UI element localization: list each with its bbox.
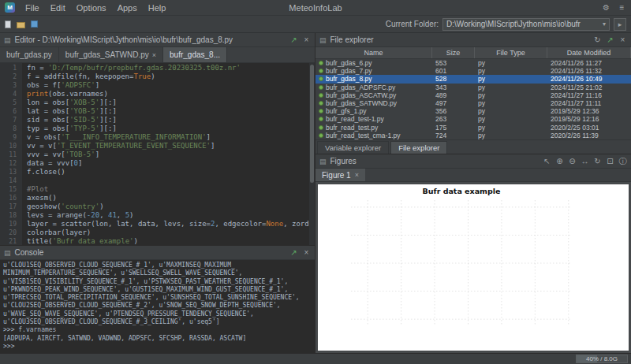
- line-number: 12: [0, 159, 22, 168]
- settings-icon[interactable]: ⚙: [602, 3, 610, 12]
- chevron-down-icon[interactable]: ▾: [603, 20, 606, 28]
- file-modified: 2020/2/25 03:01: [547, 124, 631, 132]
- column-header-size[interactable]: Size: [432, 47, 475, 58]
- file-size: 528: [432, 75, 475, 83]
- editor-tab[interactable]: bufr_gdas_SATWND.py×: [59, 47, 163, 62]
- file-row[interactable]: bufr_gdas_SATWND.py497py2024/11/27 11:11: [316, 99, 631, 107]
- console-line: >>>: [3, 343, 312, 351]
- editor-tab[interactable]: bufr_gdas_8...: [163, 47, 227, 62]
- figure-canvas[interactable]: Bufr data example: [318, 184, 629, 351]
- line-number: 16: [0, 194, 22, 202]
- open-file-icon[interactable]: [17, 22, 25, 28]
- console-line: [ADPUPA, AIRCFT, SATWND, VADWND, ADPSFC,…: [3, 335, 312, 343]
- python-file-icon: [319, 85, 323, 90]
- file-row[interactable]: bufr_gdas_8.py528py2024/11/26 10:49: [316, 75, 631, 83]
- menu-edit[interactable]: Edit: [45, 3, 71, 13]
- file-name: bufr_gdas_7.py: [326, 67, 372, 75]
- menu-bar: FileEditOptionsAppsHelp: [20, 3, 171, 13]
- editor-panel: ▤ Editor - D:\Working\MIScript\Jython\mi…: [0, 33, 315, 246]
- python-file-icon: [319, 93, 323, 98]
- zoom-in-icon[interactable]: ⊕: [555, 157, 564, 165]
- save-file-icon[interactable]: [31, 20, 38, 28]
- column-header-file-type[interactable]: File Type: [475, 47, 547, 58]
- right-column: ▤ File explorer ↻ ↗ × NameSizeFile TypeD…: [316, 33, 631, 353]
- file-name: bufr_gdas_ASCATW.py: [326, 91, 396, 99]
- close-panel-icon[interactable]: ×: [618, 35, 627, 44]
- current-folder-combobox[interactable]: D:\Working\MIScript\Jython\mis\io\bufr ▾: [442, 18, 610, 31]
- figure-tab[interactable]: Figure 1 ×: [316, 169, 365, 181]
- file-row[interactable]: bufr_gdas_7.py601py2024/11/26 11:32: [316, 67, 631, 75]
- float-panel-icon[interactable]: ↗: [289, 35, 298, 44]
- code-line: 3obs = f['ADPSFC']: [0, 81, 315, 90]
- memory-indicator[interactable]: 40% / 8.0G: [576, 355, 628, 363]
- tab-file-explorer[interactable]: File explorer: [390, 141, 447, 154]
- figures-tabbar: Figure 1 ×: [316, 169, 631, 182]
- close-tab-icon[interactable]: ×: [355, 171, 359, 179]
- figures-panel-title: Figures: [330, 157, 357, 165]
- refresh-icon[interactable]: ↻: [593, 35, 602, 44]
- console-output[interactable]: u'CLOU1SEQ_OBSERVED_CLOUD_SEQUENCE_#_1',…: [0, 260, 315, 353]
- code-line: 5lon = obs['XOB-5'][:]: [0, 98, 315, 107]
- new-file-icon[interactable]: [5, 20, 11, 28]
- code-line: 16axesm(): [0, 194, 315, 202]
- editor-tab-label: bufr_gdas_SATWND.py: [65, 50, 149, 59]
- column-header-name[interactable]: Name: [316, 47, 432, 58]
- select-tool-icon[interactable]: ↖: [543, 157, 551, 165]
- file-row[interactable]: bufr_read_test_cma-1.py724py2020/2/26 11…: [316, 132, 631, 139]
- code-line: 15#Plot: [0, 185, 315, 194]
- file-type: py: [475, 67, 547, 75]
- pan-icon[interactable]: ↔: [581, 157, 589, 165]
- file-name: bufr_gdas_6.py: [326, 59, 372, 67]
- file-row[interactable]: bufr_gdas_ADPSFC.py343py2024/11/25 21:02: [316, 84, 631, 91]
- close-tab-icon[interactable]: ×: [152, 51, 156, 59]
- bufr-map-figure: Bufr data example: [318, 184, 629, 351]
- python-file-icon: [319, 117, 323, 121]
- editor-panel-header: ▤ Editor - D:\Working\MIScript\Jython\mi…: [0, 33, 315, 47]
- file-size: 175: [432, 124, 475, 132]
- file-size: 356: [432, 107, 475, 115]
- editor-tab-label: bufr_gdas.py: [6, 50, 52, 59]
- line-number: 1: [0, 64, 22, 72]
- main-area: ▤ Editor - D:\Working\MIScript\Jython\mi…: [0, 33, 631, 353]
- menu-file[interactable]: File: [20, 3, 45, 13]
- file-type: py: [475, 99, 547, 107]
- meteoinfolab-window: M FileEditOptionsAppsHelp MeteoInfoLab ⚙…: [0, 0, 631, 364]
- save-figure-icon[interactable]: ⊡: [606, 157, 614, 165]
- code-line: 20colorbar(layer): [0, 228, 315, 237]
- file-explorer-header: ▤ File explorer ↻ ↗ ×: [316, 33, 631, 47]
- code-line: 13f.close(): [0, 168, 315, 176]
- menu-options[interactable]: Options: [71, 3, 112, 13]
- float-panel-icon[interactable]: ↗: [606, 35, 614, 44]
- line-number: 3: [0, 81, 22, 90]
- close-panel-icon[interactable]: ×: [302, 35, 311, 44]
- code-editor[interactable]: 1fn = 'D:/Temp/bufr/prepbufr.gdas.202303…: [0, 63, 315, 245]
- line-number: 13: [0, 168, 22, 176]
- info-icon[interactable]: ⓘ: [618, 156, 627, 167]
- file-row[interactable]: bufr_read_test.py175py2020/2/25 03:01: [316, 124, 631, 132]
- editor-tab[interactable]: bufr_gdas.py: [0, 47, 59, 62]
- file-row[interactable]: bufr_gdas_6.py553py2024/11/26 11:27: [316, 59, 631, 67]
- code-line: 6lat = obs['YOB-5'][:]: [0, 107, 315, 116]
- code-line: 19layer = scatter(lon, lat, data, levs, …: [0, 220, 315, 228]
- menu-help[interactable]: Help: [143, 3, 172, 13]
- tab-variable-explorer[interactable]: Variable explorer: [317, 141, 389, 154]
- editor-scrollbar[interactable]: [309, 63, 315, 245]
- file-row[interactable]: bufr_read_test-1.py263py2019/5/29 12:16: [316, 115, 631, 123]
- file-type: py: [475, 91, 547, 99]
- rotate-icon[interactable]: ↻: [593, 157, 602, 165]
- float-panel-icon[interactable]: ↗: [289, 248, 298, 257]
- file-row[interactable]: bufr_gfs_1.py356py2019/5/29 12:36: [316, 107, 631, 115]
- code-line: 14: [0, 176, 315, 185]
- menu-apps[interactable]: Apps: [112, 3, 143, 13]
- file-row[interactable]: bufr_gdas_ASCATW.py489py2024/11/27 11:16: [316, 91, 631, 99]
- file-modified: 2024/11/26 11:32: [547, 67, 631, 75]
- column-header-date-modified[interactable]: Date Modified: [547, 47, 631, 58]
- file-name: bufr_read_test_cma-1.py: [326, 132, 401, 139]
- line-number: 19: [0, 220, 22, 228]
- menu-icon[interactable]: ≡: [618, 3, 626, 12]
- close-panel-icon[interactable]: ×: [302, 248, 311, 257]
- line-number: 5: [0, 98, 22, 107]
- browse-folder-button[interactable]: ▸: [614, 18, 626, 31]
- figures-panel-header: ▤ Figures ↖ ⊕ ⊖ ↔ ↻ ⊡ ⓘ: [316, 154, 631, 169]
- zoom-out-icon[interactable]: ⊖: [568, 157, 577, 165]
